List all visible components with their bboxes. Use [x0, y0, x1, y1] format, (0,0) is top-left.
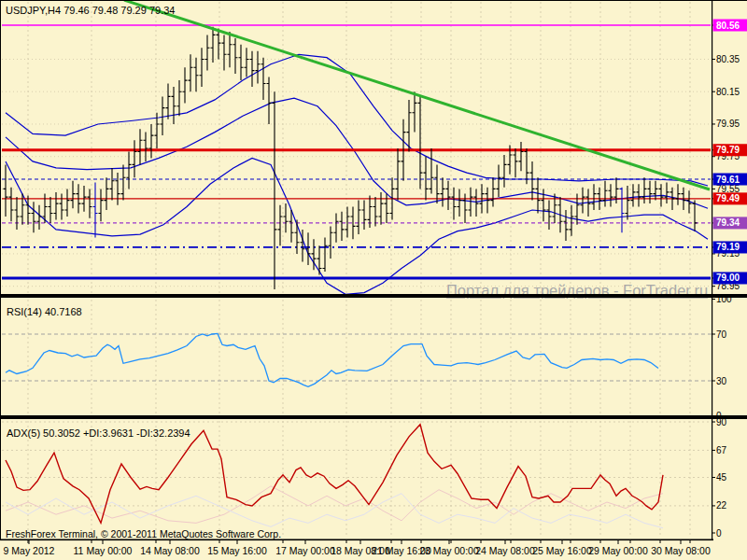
time-axis-label: 24 May 08:00	[475, 545, 535, 556]
left-border	[0, 0, 1, 539]
time-axis-label: 25 May 16:00	[532, 545, 592, 556]
time-axis-label: 9 May 2012	[4, 545, 55, 556]
adx-axis-label: 0	[716, 528, 722, 539]
chart-background	[0, 0, 747, 560]
price-badge-label: 79.34	[716, 217, 740, 228]
price-axis-label: 79.55	[716, 184, 740, 194]
mt4-chart-window: Портал для трейдеров - ForTrader.ru 80.3…	[0, 0, 747, 560]
price-axis-label: 80.35	[716, 54, 740, 64]
terminal-footer-credit: FreshForex Terminal, © 2001-2011 MetaQuo…	[6, 528, 281, 539]
adx-axis-label: 22	[716, 500, 727, 511]
time-axis-label: 14 May 08:00	[140, 545, 200, 556]
price-badge-label: 79.49	[716, 193, 740, 203]
time-axis-label: 30 May 08:00	[651, 545, 711, 556]
price-axis-label: 80.15	[716, 87, 740, 97]
adx-axis-label: 67	[716, 445, 727, 455]
adx-indicator-label: ADX(5) 50.3052 +DI:3.9631 -DI:32.2394	[7, 427, 190, 439]
panel-separator	[0, 415, 747, 419]
price-badge-label: 79.61	[716, 175, 740, 185]
chart-canvas[interactable]: Портал для трейдеров - ForTrader.ru 80.3…	[0, 0, 747, 560]
time-axis-label: 17 May 00:00	[275, 545, 335, 556]
price-axis-label: 79.95	[716, 119, 740, 129]
price-badge-label: 80.56	[716, 21, 740, 31]
rsi-axis-label: 100	[716, 294, 732, 304]
time-axis-label: 23 May 00:00	[419, 545, 479, 556]
rsi-axis-label: 30	[716, 376, 727, 386]
price-axis-line	[712, 0, 712, 539]
rsi-indicator-label: RSI(14) 40.7168	[7, 306, 82, 317]
adx-axis-label: 90	[716, 417, 727, 427]
price-badge-label: 79.19	[716, 242, 740, 252]
price-badge-label: 79.79	[716, 145, 740, 155]
panel-separator	[0, 294, 747, 298]
top-border	[0, 0, 747, 1]
time-axis-label: 11 May 00:00	[74, 545, 133, 556]
chart-title-ohlc: USDJPY,H4 79.46 79.48 79.29 79.34	[6, 5, 175, 16]
time-axis-label: 15 May 16:00	[207, 545, 267, 556]
price-badge-label: 79.00	[716, 273, 740, 283]
rsi-axis-label: 70	[716, 329, 727, 340]
time-axis-label: 29 May 00:00	[588, 545, 648, 556]
adx-axis-label: 45	[716, 472, 727, 483]
